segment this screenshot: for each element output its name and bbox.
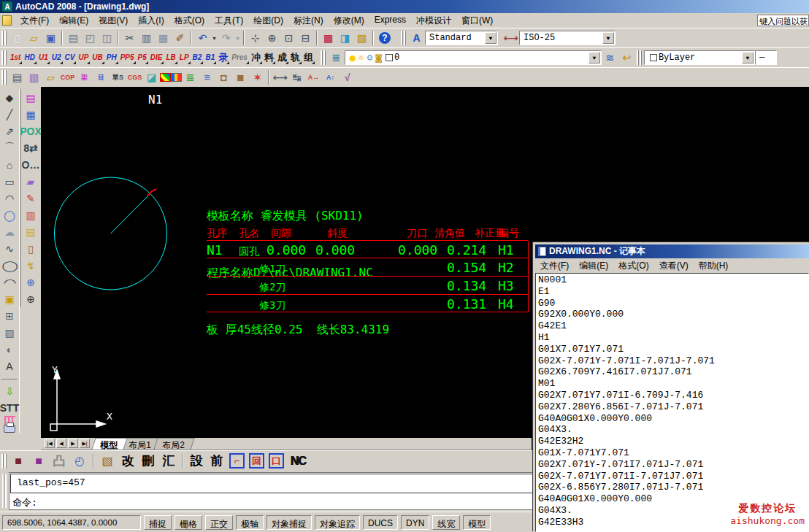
zoom-window-icon[interactable]: ⊡ [280,30,297,46]
cop-icon[interactable]: COP [59,69,76,85]
color-palette-icon[interactable] [160,73,171,82]
notepad-menu-item-3[interactable]: 查看(V) [654,258,694,274]
add-point-icon[interactable]: ⊕ [22,290,40,307]
menu-item-9[interactable]: Express [369,13,411,28]
status-toggle-线宽[interactable]: 线宽 [432,515,460,530]
tool-button-PP5[interactable]: PP5 [119,51,136,65]
new-file-icon[interactable]: ▯ [9,30,26,46]
layers-manager-icon[interactable]: ≣ [328,50,345,66]
tool-button-录[interactable]: 录 [217,51,229,65]
clipboard-icon[interactable]: ▥ [22,207,40,223]
tool-button-LP[interactable]: LP [178,51,191,65]
measure-icon[interactable]: ▤ [22,89,40,106]
chevron-down-icon[interactable]: ▼ [742,52,754,63]
status-toggle-DUCS[interactable]: DUCS [363,515,398,530]
undo-icon[interactable]: ↶ [194,30,211,46]
sheetset-manager-icon[interactable]: ▩ [320,30,337,46]
markup-manager-icon[interactable]: ◨ [337,30,353,46]
toolbar-grip[interactable] [637,50,642,65]
unlock-icon[interactable]: ◙ [232,69,249,85]
tool-button-轨[interactable]: 轨 [289,51,302,65]
import-icon[interactable]: ⇩ [1,382,19,399]
eraser-icon[interactable]: ▰ [22,173,40,190]
setup-button[interactable]: 設 [187,452,206,469]
dan-s-icon[interactable]: 單S [110,69,126,85]
tool-button-U2[interactable]: U2 [50,51,63,65]
plot-icon[interactable]: ▤ [65,30,82,46]
zoom-realtime-icon[interactable]: ⊕ [264,30,280,46]
make-block-icon[interactable]: ⊞ [1,307,19,324]
layer-combo[interactable]: ●☼⚙◙ 0 ▼ [345,50,602,65]
menu-item-10[interactable]: 冲模设计 [411,13,456,28]
front-button[interactable]: 前 [207,452,226,469]
solid-box2-icon[interactable]: ■ [29,452,48,469]
ellipse-arc-icon[interactable]: ◠ [0,274,23,290]
infocenter-search-input[interactable]: 键入问题以获 [757,15,809,26]
tool-button-Pres[interactable]: Pres [230,51,249,65]
status-toggle-捕捉[interactable]: 捕捉 [144,515,172,530]
status-toggle-栅格[interactable]: 栅格 [175,515,202,530]
pox-chart-icon[interactable]: POX [22,123,40,139]
arc-icon[interactable]: ◠ [1,190,19,207]
dim-text-edit-icon[interactable]: A↕ [322,69,339,85]
renumber-icon[interactable]: 8⇄ [22,139,40,156]
tab-prev-button[interactable]: ◀ [56,439,66,448]
open-colored-icon[interactable]: ▱ [42,69,59,85]
tool-button-冲[interactable]: 冲 [250,51,262,65]
point-icon[interactable]: ◆ [1,89,19,106]
cut-icon[interactable]: ✂ [121,30,138,46]
tab-next-button[interactable]: ▶ [68,439,78,448]
match-properties-icon[interactable]: ✐ [172,30,188,46]
zoom-previous-icon[interactable]: ⊟ [297,30,314,46]
toolbar-grip[interactable] [401,31,406,45]
table-select-icon[interactable]: ▦ [22,106,40,123]
jia-icon[interactable]: 架 [76,69,93,85]
command-window-grip[interactable] [2,474,7,508]
paste-icon[interactable]: ▦ [155,30,172,46]
dwg-props-icon[interactable]: ▤ [9,69,26,85]
notepad-menu-item-2[interactable]: 格式(O) [613,258,653,274]
spline-icon[interactable]: ∿ [1,240,19,257]
pan-icon[interactable]: ⊹ [247,30,264,46]
toolbar-grip[interactable] [1,50,7,65]
text-style-icon[interactable]: A [408,30,425,46]
dim-update-icon[interactable]: √ [339,69,356,85]
notepad-edit-icon[interactable]: ▤ [22,223,40,240]
linetype-combo[interactable]: — [755,50,777,65]
menu-item-4[interactable]: 格式(O) [169,13,210,28]
tool-button-DIE[interactable]: DIE [149,51,164,65]
toolbar-grip[interactable] [1,31,7,45]
layout-tab-布局2[interactable]: 布局2 [153,438,194,450]
menu-item-1[interactable]: 编辑(E) [54,13,93,28]
tool-button-CV[interactable]: CV [64,51,77,65]
layers-stack-icon[interactable]: ≡ [199,69,215,85]
manual-book-icon[interactable]: ▥ [26,69,42,85]
nc-button[interactable]: NC [287,452,309,469]
status-toggle-对象追踪[interactable]: 对象追踪 [315,515,360,530]
redo-icon[interactable]: ↷ [218,30,234,46]
menu-item-0[interactable]: 文件(F) [15,13,54,28]
cgs-icon[interactable]: CGS [126,69,143,85]
tool-button-UP[interactable]: UP [77,51,90,65]
menu-item-7[interactable]: 标注(N) [288,13,329,28]
tool-button-PH[interactable]: PH [105,51,118,65]
circle-icon[interactable]: ◯ [1,207,19,223]
sequence-icon[interactable]: O… [22,156,40,173]
clock-icon[interactable]: ◴ [70,452,89,469]
notepad-text-area[interactable]: N0001E1G90G92X0.000Y0.000G42E1H1G01X7.07… [535,273,809,532]
door-icon[interactable]: ▯ [22,240,40,257]
menu-item-3[interactable]: 插入(I) [133,13,169,28]
notepad-menu-item-0[interactable]: 文件(F) [535,258,574,274]
layer-previous-icon[interactable]: ↩ [618,50,635,66]
delete-button[interactable]: 刪 [139,452,158,469]
toolbar-grip[interactable] [321,50,326,65]
tool-button-B2[interactable]: B2 [191,51,204,65]
wand-icon[interactable]: ✶ [249,69,266,85]
dim-style-icon[interactable]: ⟷ [502,30,519,46]
tool-button-P5[interactable]: P5 [137,51,148,65]
open-icon[interactable]: ▱ [26,30,42,46]
dim-edit-icon[interactable]: A↔ [305,69,322,85]
help-icon[interactable]: ? [379,32,391,44]
tool-button-组[interactable]: 组 [302,51,315,65]
menu-item-6[interactable]: 绘图(D) [248,13,288,28]
